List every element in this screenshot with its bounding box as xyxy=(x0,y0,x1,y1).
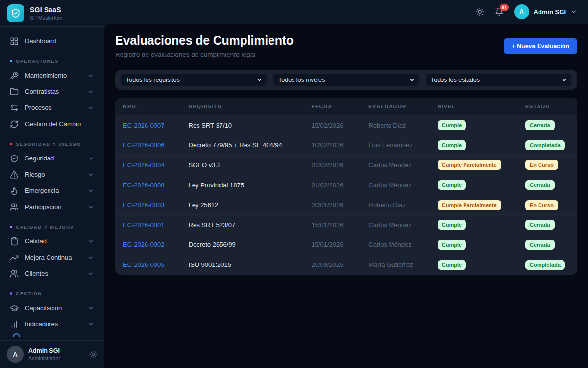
users-icon xyxy=(10,203,19,211)
fecha-cell: 15/01/2026 xyxy=(306,215,364,235)
theme-sun-icon[interactable] xyxy=(475,7,484,16)
estado-badge: En Curso xyxy=(525,200,558,210)
evaluador-cell: Carlos Méndez xyxy=(364,175,433,195)
sidebar-item-mejora-continua[interactable]: Mejora Continua xyxy=(6,249,98,265)
page-header: Evaluaciones de Cumplimiento Registro de… xyxy=(115,33,577,58)
table-row: EC-2026-0005ISO 9001:201520/09/2025María… xyxy=(115,255,577,275)
requisito-cell: Res SRT 523/07 xyxy=(184,215,307,235)
table-row: EC-2026-0002Decreto 2656/9915/01/2026Car… xyxy=(115,235,577,255)
chevron-down-icon xyxy=(87,171,94,178)
evaluation-link[interactable]: EC-2026-0001 xyxy=(123,221,165,229)
section-bullet-icon xyxy=(10,60,12,62)
filter-requisitos[interactable]: Todos los requisitos xyxy=(121,74,267,86)
filter-requisitos-wrap: Todos los requisitos xyxy=(121,74,267,86)
fecha-cell: 20/01/2026 xyxy=(306,195,364,215)
users-icon xyxy=(10,269,19,278)
filter-niveles[interactable]: Todos los niveles xyxy=(273,74,419,86)
chevron-down-icon xyxy=(87,321,94,328)
table-row: EC-2026-0008Ley Provincial 187501/02/202… xyxy=(115,175,577,195)
nivel-badge: Cumple xyxy=(438,120,466,130)
theme-sun-icon[interactable] xyxy=(89,350,97,358)
table-row: EC-2026-0007Res SRT 37/1015/02/2026Rober… xyxy=(115,115,577,135)
requisito-cell: ISO 9001:2015 xyxy=(184,255,307,275)
sidebar-item-label: Gestion del Cambio xyxy=(25,120,94,128)
brand-name: SGI SaaS xyxy=(30,6,62,14)
evaluation-link[interactable]: EC-2026-0008 xyxy=(123,182,165,189)
filter-estados[interactable]: Todos los estados xyxy=(426,74,571,86)
chevron-down-icon xyxy=(87,105,94,111)
sidebar-item-contratistas[interactable]: Contratistas xyxy=(6,83,98,100)
footer-avatar: A xyxy=(7,346,24,363)
sidebar-item-label: Participacion xyxy=(25,203,81,210)
table-header-row: NRO.REQUISITOFECHAEVALUADORNIVELESTADO xyxy=(115,98,577,115)
sidebar-item-emergencia[interactable]: Emergencia xyxy=(6,183,98,199)
notification-badge: 81 xyxy=(500,4,508,11)
sidebar-item-participacion[interactable]: Participacion xyxy=(6,199,98,215)
partial-nav-item xyxy=(13,333,98,337)
evaluation-link[interactable]: EC-2026-0007 xyxy=(123,122,165,129)
refresh-icon xyxy=(10,120,19,129)
evaluation-link[interactable]: EC-2026-0005 xyxy=(123,261,165,268)
evaluation-link[interactable]: EC-2026-0004 xyxy=(123,161,165,169)
fecha-cell: 15/02/2026 xyxy=(306,115,364,135)
sidebar-item-label: Indicadores xyxy=(25,320,81,328)
new-evaluation-button[interactable]: + Nueva Evaluación xyxy=(504,38,577,54)
chevron-down-icon xyxy=(87,238,94,245)
sidebar-item-capacitacion[interactable]: Capacitacion xyxy=(6,300,98,316)
page-title: Evaluaciones de Cumplimiento xyxy=(115,33,294,48)
nivel-badge: Cumple Parcialmente xyxy=(438,200,501,210)
wrench-icon xyxy=(10,71,19,80)
sidebar-item-clientes[interactable]: Clientes xyxy=(6,265,98,282)
sidebar-item-procesos[interactable]: Procesos xyxy=(6,100,98,116)
estado-badge: Completada xyxy=(525,140,565,150)
estado-badge: Cerrada xyxy=(525,180,555,190)
requisito-cell: SGEO v3.2 xyxy=(184,155,307,175)
sidebar-item-gestion-del-cambio[interactable]: Gestion del Cambio xyxy=(6,116,98,132)
requisito-cell: Decreto 779/95 + Res SE 404/94 xyxy=(184,135,307,156)
chevron-down-icon xyxy=(87,254,94,261)
sidebar-item-calidad[interactable]: Calidad xyxy=(6,233,98,249)
column-header: NIVEL xyxy=(433,98,520,115)
evaluations-table: NRO.REQUISITOFECHAEVALUADORNIVELESTADO E… xyxy=(115,98,577,275)
fecha-cell: 10/02/2026 xyxy=(306,135,364,156)
bell-icon[interactable]: 81 xyxy=(495,7,504,16)
sidebar-item-seguridad[interactable]: Seguridad xyxy=(6,150,98,166)
user-name: Admin SGI xyxy=(534,8,566,16)
sidebar-item-mantenimiento[interactable]: Mantenimiento xyxy=(6,67,98,83)
topbar: 81 A Admin SGI xyxy=(104,0,588,24)
sidebar-item-label: Capacitacion xyxy=(25,304,81,312)
nav-section-label: OPERACIONES xyxy=(10,58,94,64)
fecha-cell: 15/01/2026 xyxy=(306,235,364,255)
evaluador-cell: Carlos Méndez xyxy=(364,235,433,255)
evaluador-cell: María Gutiérrez xyxy=(364,255,433,275)
sidebar-item-dashboard[interactable]: Dashboard xyxy=(6,33,98,49)
clipboard-icon xyxy=(10,237,19,246)
evaluador-cell: Roberto Diaz xyxy=(364,195,433,215)
estado-badge: Cerrada xyxy=(525,120,555,130)
requisito-cell: Ley 25612 xyxy=(184,195,307,215)
sidebar-item-label: Contratistas xyxy=(25,88,81,95)
sidebar-item-label: Mejora Continua xyxy=(25,254,81,261)
evaluador-cell: Luis Fernández xyxy=(364,135,433,156)
evaluation-link[interactable]: EC-2026-0002 xyxy=(123,241,165,248)
chevron-down-icon xyxy=(87,305,94,312)
evaluation-link[interactable]: EC-2026-0006 xyxy=(123,141,165,149)
table-row: EC-2026-0006Decreto 779/95 + Res SE 404/… xyxy=(115,135,577,156)
sidebar-item-riesgo[interactable]: Riesgo xyxy=(6,166,98,183)
column-header: REQUISITO xyxy=(184,98,307,115)
avatar: A xyxy=(514,4,529,19)
nivel-badge: Cumple xyxy=(438,260,466,270)
nivel-badge: Cumple xyxy=(438,220,466,230)
sidebar-nav: DashboardOPERACIONESMantenimientoContrat… xyxy=(0,27,104,340)
sidebar-item-indicadores[interactable]: Indicadores xyxy=(6,316,98,332)
column-header: NRO. xyxy=(115,98,184,115)
nivel-badge: Cumple xyxy=(438,240,466,250)
evaluation-link[interactable]: EC-2026-0003 xyxy=(123,201,165,209)
footer-user-role: Administrador xyxy=(28,355,60,361)
chevron-down-icon xyxy=(87,187,94,194)
column-header: ESTADO xyxy=(520,98,577,115)
chevron-down-icon xyxy=(87,88,94,95)
user-menu[interactable]: A Admin SGI xyxy=(514,4,577,19)
sidebar-item-label: Seguridad xyxy=(25,155,81,162)
chevron-down-icon xyxy=(570,8,577,15)
